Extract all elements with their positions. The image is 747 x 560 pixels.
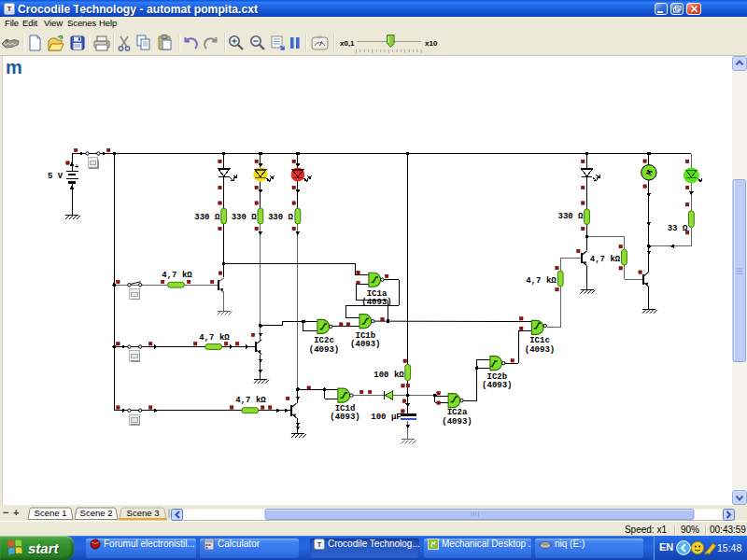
svg-text:Scene 3: Scene 3 (127, 508, 160, 518)
svg-text:330 Ω: 330 Ω (232, 213, 258, 222)
svg-text:33 Ω: 33 Ω (668, 224, 688, 233)
svg-text:+: + (13, 507, 19, 518)
svg-text:(4093): (4093) (482, 381, 512, 390)
svg-text:(4093): (4093) (350, 340, 380, 349)
svg-text:x10: x10 (425, 39, 438, 48)
svg-text:100 kΩ: 100 kΩ (374, 371, 404, 380)
svg-text:Scene 1: Scene 1 (35, 508, 67, 518)
svg-text:4,7 kΩ: 4,7 kΩ (590, 255, 621, 264)
svg-text:(4093): (4093) (442, 417, 472, 427)
svg-text:−: − (3, 507, 8, 518)
svg-text:330 Ω: 330 Ω (194, 213, 220, 222)
svg-text:330 Ω: 330 Ω (268, 213, 294, 222)
svg-text:Scene 2: Scene 2 (80, 508, 113, 518)
svg-text:x0,1: x0,1 (340, 39, 355, 48)
svg-text:(4093): (4093) (330, 413, 359, 422)
svg-text:4,7 kΩ: 4,7 kΩ (199, 333, 230, 343)
svg-text:(4093): (4093) (361, 298, 391, 307)
svg-text:start: start (28, 540, 60, 556)
svg-text:(4093): (4093) (309, 345, 339, 355)
svg-text:4,7 kΩ: 4,7 kΩ (526, 276, 557, 286)
svg-text:4,7 kΩ: 4,7 kΩ (235, 396, 266, 405)
svg-text:5 V: 5 V (48, 172, 63, 181)
svg-text:T: T (317, 540, 322, 549)
svg-text:4,7 kΩ: 4,7 kΩ (162, 271, 192, 280)
svg-text:330 Ω: 330 Ω (557, 212, 584, 221)
svg-text:+: + (75, 163, 78, 171)
svg-text:100 µF: 100 µF (371, 413, 401, 422)
svg-text:(4093): (4093) (525, 345, 555, 355)
